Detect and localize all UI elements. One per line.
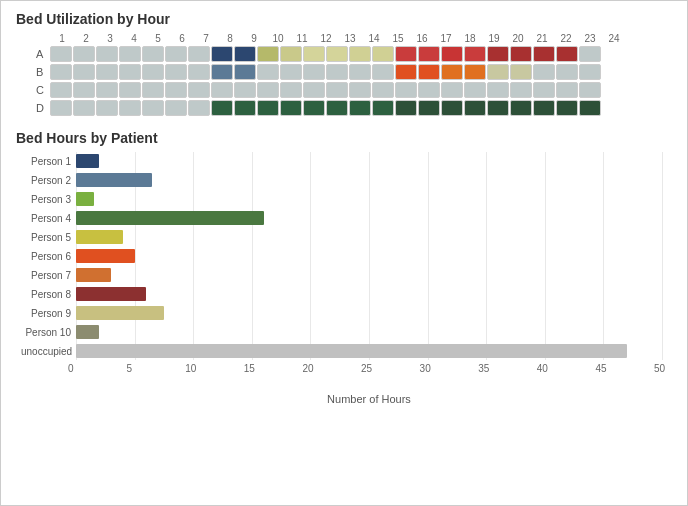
- bar-3: [76, 211, 264, 225]
- x-tick-25: 25: [361, 363, 372, 374]
- cell-A-2: [73, 46, 95, 62]
- hour-label-20: 20: [506, 33, 530, 44]
- cell-B-21: [510, 64, 532, 80]
- patient-label-0: Person 1: [21, 156, 76, 167]
- x-tick-0: 0: [68, 363, 74, 374]
- cells-A: [50, 46, 601, 62]
- patient-label-6: Person 7: [21, 270, 76, 281]
- hour-label-23: 23: [578, 33, 602, 44]
- hour-label-3: 3: [98, 33, 122, 44]
- x-tick-20: 20: [302, 363, 313, 374]
- hour-label-2: 2: [74, 33, 98, 44]
- cell-D-8: [211, 100, 233, 116]
- hour-label-18: 18: [458, 33, 482, 44]
- hour-label-13: 13: [338, 33, 362, 44]
- bar-row-1: Person 2: [76, 171, 662, 189]
- row-label-C: C: [36, 84, 50, 96]
- cell-A-17: [418, 46, 440, 62]
- x-tick-30: 30: [420, 363, 431, 374]
- cell-D-23: [556, 100, 578, 116]
- cell-B-13: [326, 64, 348, 80]
- cell-C-12: [303, 82, 325, 98]
- utilization-grid: 123456789101112131415161718192021222324 …: [36, 33, 672, 116]
- bar-9: [76, 325, 99, 339]
- cell-C-10: [257, 82, 279, 98]
- cell-B-7: [188, 64, 210, 80]
- cell-C-22: [533, 82, 555, 98]
- bar-10: [76, 344, 627, 358]
- cell-C-15: [372, 82, 394, 98]
- cell-B-16: [395, 64, 417, 80]
- hour-label-11: 11: [290, 33, 314, 44]
- bar-row-7: Person 8: [76, 285, 662, 303]
- patient-label-2: Person 3: [21, 194, 76, 205]
- cell-A-11: [280, 46, 302, 62]
- cell-D-15: [372, 100, 394, 116]
- cell-A-22: [533, 46, 555, 62]
- cell-C-8: [211, 82, 233, 98]
- cell-A-12: [303, 46, 325, 62]
- top-section: Bed Utilization by Hour 1234567891011121…: [16, 11, 672, 116]
- bar-7: [76, 287, 146, 301]
- cell-C-13: [326, 82, 348, 98]
- cell-A-4: [119, 46, 141, 62]
- cell-B-5: [142, 64, 164, 80]
- cell-C-3: [96, 82, 118, 98]
- hour-label-1: 1: [50, 33, 74, 44]
- cell-C-24: [579, 82, 601, 98]
- cell-C-18: [441, 82, 463, 98]
- cell-A-8: [211, 46, 233, 62]
- cell-B-23: [556, 64, 578, 80]
- cell-B-1: [50, 64, 72, 80]
- patient-label-8: Person 9: [21, 308, 76, 319]
- cell-C-1: [50, 82, 72, 98]
- cell-C-7: [188, 82, 210, 98]
- cell-D-5: [142, 100, 164, 116]
- cell-A-16: [395, 46, 417, 62]
- cell-B-11: [280, 64, 302, 80]
- bar-rows-container: Person 1Person 2Person 3Person 4Person 5…: [76, 152, 662, 360]
- x-tick-15: 15: [244, 363, 255, 374]
- hour-label-6: 6: [170, 33, 194, 44]
- cell-A-9: [234, 46, 256, 62]
- bar-row-9: Person 10: [76, 323, 662, 341]
- cell-C-9: [234, 82, 256, 98]
- grid-row-B: B: [36, 64, 672, 80]
- bar-1: [76, 173, 152, 187]
- cell-B-10: [257, 64, 279, 80]
- cell-D-19: [464, 100, 486, 116]
- cell-A-24: [579, 46, 601, 62]
- bar-row-3: Person 4: [76, 209, 662, 227]
- hour-label-14: 14: [362, 33, 386, 44]
- cell-C-4: [119, 82, 141, 98]
- bar-6: [76, 268, 111, 282]
- cell-C-5: [142, 82, 164, 98]
- hour-label-5: 5: [146, 33, 170, 44]
- cell-D-13: [326, 100, 348, 116]
- hour-label-7: 7: [194, 33, 218, 44]
- cell-C-2: [73, 82, 95, 98]
- cell-D-17: [418, 100, 440, 116]
- cell-A-21: [510, 46, 532, 62]
- hour-label-24: 24: [602, 33, 626, 44]
- cell-D-1: [50, 100, 72, 116]
- cell-A-14: [349, 46, 371, 62]
- bottom-title: Bed Hours by Patient: [16, 130, 672, 146]
- cell-B-4: [119, 64, 141, 80]
- cell-B-2: [73, 64, 95, 80]
- hour-label-15: 15: [386, 33, 410, 44]
- bar-row-2: Person 3: [76, 190, 662, 208]
- cells-B: [50, 64, 601, 80]
- bar-5: [76, 249, 135, 263]
- cell-C-11: [280, 82, 302, 98]
- cell-D-24: [579, 100, 601, 116]
- hour-label-9: 9: [242, 33, 266, 44]
- hour-label-19: 19: [482, 33, 506, 44]
- cell-C-14: [349, 82, 371, 98]
- cell-C-17: [418, 82, 440, 98]
- cell-C-20: [487, 82, 509, 98]
- cell-B-20: [487, 64, 509, 80]
- bar-row-5: Person 6: [76, 247, 662, 265]
- bar-row-0: Person 1: [76, 152, 662, 170]
- cell-B-17: [418, 64, 440, 80]
